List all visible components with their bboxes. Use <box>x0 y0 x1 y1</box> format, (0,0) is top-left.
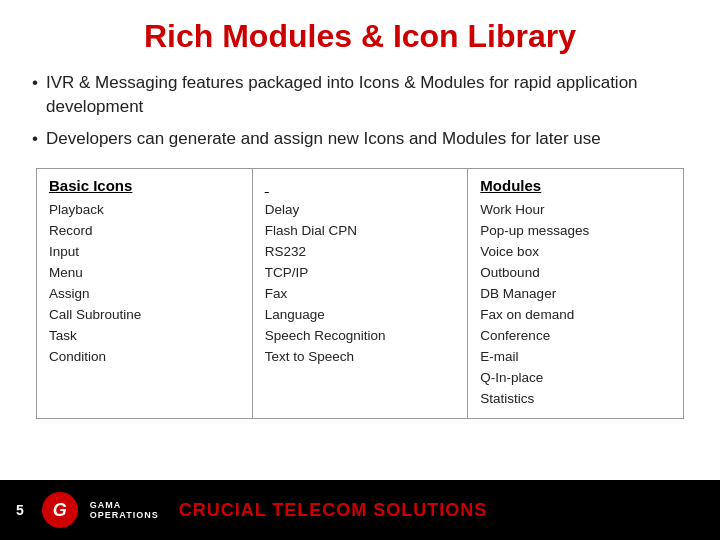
bullet-1: IVR & Messaging features packaged into I… <box>36 71 684 119</box>
column-modules: Modules Work Hour Pop-up messages Voice … <box>468 169 683 417</box>
list-item: Fax <box>265 284 456 305</box>
list-item: Pop-up messages <box>480 221 671 242</box>
list-item: Condition <box>49 347 240 368</box>
list-item: Speech Recognition <box>265 326 456 347</box>
column-basic-icons: Basic Icons Playback Record Input Menu A… <box>37 169 253 417</box>
list-item: Work Hour <box>480 200 671 221</box>
list-item: Call Subroutine <box>49 305 240 326</box>
main-content: Rich Modules & Icon Library IVR & Messag… <box>0 0 720 480</box>
list-item: Assign <box>49 284 240 305</box>
tables-section: Basic Icons Playback Record Input Menu A… <box>36 168 684 418</box>
list-item: Fax on demand <box>480 305 671 326</box>
list-item: Menu <box>49 263 240 284</box>
list-item: Conference <box>480 326 671 347</box>
list-item: Input <box>49 242 240 263</box>
logo-letter: G <box>53 500 67 521</box>
list-item: Q-In-place <box>480 368 671 389</box>
list-item: TCP/IP <box>265 263 456 284</box>
footer: 5 G GAMAOPERATIONS CRUCIAL TELECOM SOLUT… <box>0 480 720 540</box>
modules-header: Modules <box>480 177 671 194</box>
slide: Rich Modules & Icon Library IVR & Messag… <box>0 0 720 540</box>
bullet-2: Developers can generate and assign new I… <box>36 127 684 151</box>
list-item: Record <box>49 221 240 242</box>
list-item: Language <box>265 305 456 326</box>
list-item: DB Manager <box>480 284 671 305</box>
list-item: Text to Speech <box>265 347 456 368</box>
logo-text: GAMAOPERATIONS <box>90 500 159 520</box>
page-number: 5 <box>16 502 24 518</box>
footer-tagline: CRUCIAL TELECOM SOLUTIONS <box>179 500 488 521</box>
list-item: Flash Dial CPN <box>265 221 456 242</box>
middle-header <box>265 177 456 194</box>
list-item: E-mail <box>480 347 671 368</box>
slide-title: Rich Modules & Icon Library <box>36 18 684 55</box>
basic-icons-header: Basic Icons <box>49 177 240 194</box>
list-item: Outbound <box>480 263 671 284</box>
brand-name: GAMAOPERATIONS <box>90 500 159 520</box>
column-middle: Delay Flash Dial CPN RS232 TCP/IP Fax La… <box>253 169 469 417</box>
logo-circle: G <box>42 492 78 528</box>
list-item: Voice box <box>480 242 671 263</box>
list-item: RS232 <box>265 242 456 263</box>
list-item: Statistics <box>480 389 671 410</box>
list-item: Playback <box>49 200 240 221</box>
list-item: Delay <box>265 200 456 221</box>
list-item: Task <box>49 326 240 347</box>
